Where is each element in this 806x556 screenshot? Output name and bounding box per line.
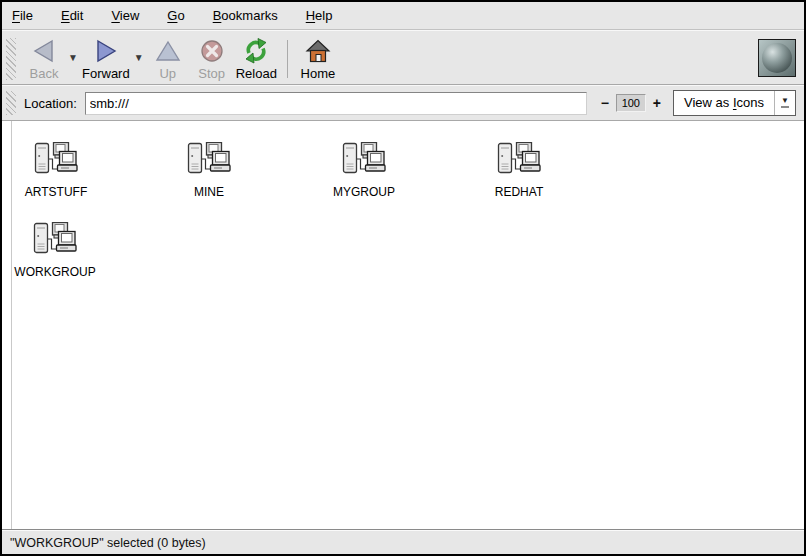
zoom-level-indicator[interactable]: 100 [616, 94, 646, 112]
up-label: Up [159, 66, 176, 81]
reload-label: Reload [236, 66, 277, 81]
network-workgroup-icon [34, 142, 78, 180]
chevron-down-icon: ▼ [134, 52, 144, 63]
view-as-dropdown[interactable]: View as Icons ▼ [673, 90, 796, 116]
stop-icon [199, 38, 225, 64]
chevron-down-icon: ▼ [781, 98, 789, 104]
workgroup-item[interactable]: MYGROUP [314, 142, 414, 199]
menubar: File Edit View Go Bookmarks Help [2, 2, 804, 30]
toolbar-drag-handle[interactable] [6, 38, 16, 80]
up-icon [155, 38, 181, 64]
stop-label: Stop [198, 66, 225, 81]
throbber-frame [758, 39, 796, 77]
location-bar: Location: − 100 + View as Icons ▼ [2, 85, 804, 121]
reload-button[interactable]: Reload [234, 36, 279, 83]
toolbar: Back ▼ Forward ▼ Up Stop [2, 30, 804, 85]
network-workgroup-icon [187, 142, 231, 180]
workgroup-item-label: ARTSTUFF [25, 185, 87, 199]
zoom-in-button[interactable]: + [649, 93, 665, 113]
forward-label: Forward [82, 66, 130, 81]
chevron-down-icon: ▼ [68, 52, 78, 63]
back-label: Back [30, 66, 59, 81]
file-manager-window: File Edit View Go Bookmarks Help Back ▼ … [0, 0, 806, 556]
toolbar-separator [287, 40, 288, 78]
icon-view[interactable]: ARTSTUFF [2, 121, 804, 530]
workgroup-item-label: WORKGROUP [14, 265, 95, 279]
menu-view[interactable]: View [97, 4, 153, 27]
workgroup-item[interactable]: REDHAT [469, 142, 569, 199]
up-button[interactable]: Up [146, 36, 190, 83]
menu-file[interactable]: File [12, 4, 47, 27]
status-bar: "WORKGROUP" selected (0 bytes) [2, 530, 804, 554]
forward-icon [93, 38, 119, 64]
network-workgroup-icon [33, 222, 77, 260]
view-as-label: View as Icons [674, 91, 774, 115]
menu-bookmarks[interactable]: Bookmarks [199, 4, 292, 27]
status-text: "WORKGROUP" selected (0 bytes) [10, 536, 206, 550]
workgroup-item-label: MYGROUP [333, 185, 395, 199]
location-label: Location: [24, 96, 77, 111]
network-workgroup-icon [497, 142, 541, 180]
back-icon [31, 38, 57, 64]
workgroup-item[interactable]: WORKGROUP [5, 222, 105, 279]
back-history-dropdown[interactable]: ▼ [66, 44, 80, 70]
back-button[interactable]: Back [22, 36, 66, 83]
network-workgroup-icon [342, 142, 386, 180]
home-icon [305, 38, 331, 64]
reload-icon [243, 38, 269, 64]
workgroup-item-label: REDHAT [495, 185, 543, 199]
forward-button[interactable]: Forward [80, 36, 132, 83]
workgroup-item[interactable]: ARTSTUFF [6, 142, 106, 199]
globe-icon [762, 43, 792, 73]
throbber [758, 39, 796, 77]
dropdown-bar [781, 106, 789, 108]
forward-history-dropdown[interactable]: ▼ [132, 44, 146, 70]
locationbar-drag-handle[interactable] [6, 91, 16, 115]
home-label: Home [301, 66, 336, 81]
home-button[interactable]: Home [296, 36, 340, 83]
workgroup-item-label: MINE [194, 185, 224, 199]
location-input[interactable] [85, 92, 587, 115]
zoom-out-button[interactable]: − [597, 93, 613, 113]
menu-go[interactable]: Go [153, 4, 198, 27]
workgroup-item[interactable]: MINE [159, 142, 259, 199]
view-as-arrow-button[interactable]: ▼ [774, 91, 795, 115]
menu-help[interactable]: Help [292, 4, 347, 27]
zoom-control: − 100 + [597, 93, 665, 113]
menu-edit[interactable]: Edit [47, 4, 97, 27]
stop-button[interactable]: Stop [190, 36, 234, 83]
